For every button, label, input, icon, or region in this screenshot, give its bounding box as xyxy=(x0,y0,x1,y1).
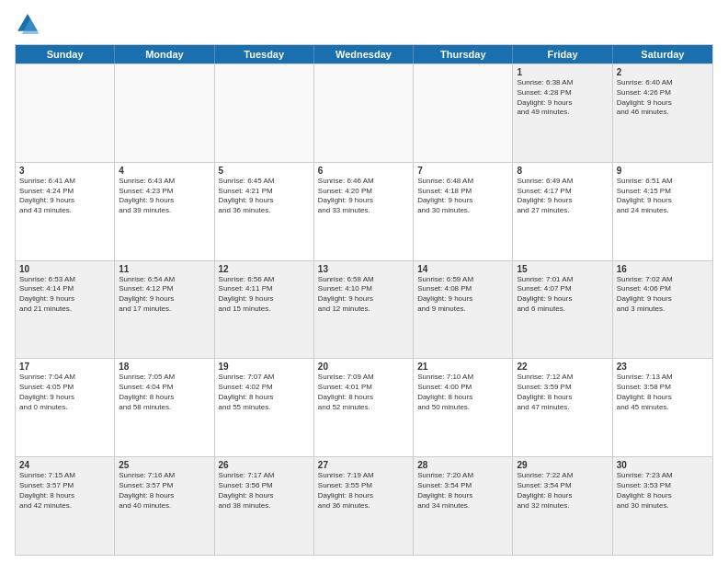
day-info: Sunrise: 7:10 AMSunset: 4:00 PMDaylight:… xyxy=(417,373,508,412)
day-number: 5 xyxy=(219,166,310,176)
day-number: 29 xyxy=(517,460,608,470)
day-cell-7: 7Sunrise: 6:48 AMSunset: 4:18 PMDaylight… xyxy=(414,163,513,260)
day-info: Sunrise: 6:54 AMSunset: 4:12 PMDaylight:… xyxy=(119,275,210,315)
day-info: Sunrise: 7:23 AMSunset: 3:53 PMDaylight:… xyxy=(617,471,709,511)
day-cell-30: 30Sunrise: 7:23 AMSunset: 3:53 PMDayligh… xyxy=(613,457,712,555)
calendar-row-1: 3Sunrise: 6:41 AMSunset: 4:24 PMDaylight… xyxy=(16,162,712,260)
day-number: 14 xyxy=(417,264,508,274)
day-cell-20: 20Sunrise: 7:09 AMSunset: 4:01 PMDayligh… xyxy=(314,359,414,456)
day-info: Sunrise: 7:22 AMSunset: 3:54 PMDaylight:… xyxy=(517,471,608,511)
day-info: Sunrise: 6:58 AMSunset: 4:10 PMDaylight:… xyxy=(318,275,409,315)
empty-cell xyxy=(115,64,214,162)
day-number: 26 xyxy=(219,460,310,470)
day-info: Sunrise: 7:19 AMSunset: 3:55 PMDaylight:… xyxy=(318,471,409,511)
calendar-row-3: 17Sunrise: 7:04 AMSunset: 4:05 PMDayligh… xyxy=(16,358,712,456)
day-info: Sunrise: 7:04 AMSunset: 4:05 PMDaylight:… xyxy=(19,373,110,412)
day-info: Sunrise: 7:17 AMSunset: 3:56 PMDaylight:… xyxy=(219,471,310,511)
day-number: 6 xyxy=(318,166,409,176)
day-cell-3: 3Sunrise: 6:41 AMSunset: 4:24 PMDaylight… xyxy=(16,163,115,260)
empty-cell xyxy=(314,64,414,162)
day-number: 28 xyxy=(417,460,508,470)
day-info: Sunrise: 7:12 AMSunset: 3:59 PMDaylight:… xyxy=(517,373,608,412)
day-number: 11 xyxy=(119,264,210,274)
empty-cell xyxy=(16,64,115,162)
day-info: Sunrise: 6:49 AMSunset: 4:17 PMDaylight:… xyxy=(517,177,608,216)
page: SundayMondayTuesdayWednesdayThursdayFrid… xyxy=(0,0,728,563)
logo xyxy=(15,11,44,37)
day-number: 19 xyxy=(219,362,310,372)
day-number: 7 xyxy=(417,166,508,176)
day-cell-15: 15Sunrise: 7:01 AMSunset: 4:07 PMDayligh… xyxy=(513,261,612,359)
day-cell-11: 11Sunrise: 6:54 AMSunset: 4:12 PMDayligh… xyxy=(115,261,214,359)
day-number: 1 xyxy=(517,67,608,77)
calendar-row-4: 24Sunrise: 7:15 AMSunset: 3:57 PMDayligh… xyxy=(16,456,712,555)
logo-icon xyxy=(15,11,40,37)
day-cell-26: 26Sunrise: 7:17 AMSunset: 3:56 PMDayligh… xyxy=(215,457,314,555)
day-cell-21: 21Sunrise: 7:10 AMSunset: 4:00 PMDayligh… xyxy=(414,359,513,456)
day-cell-25: 25Sunrise: 7:16 AMSunset: 3:57 PMDayligh… xyxy=(115,457,214,555)
day-cell-8: 8Sunrise: 6:49 AMSunset: 4:17 PMDaylight… xyxy=(513,163,612,260)
day-info: Sunrise: 6:40 AMSunset: 4:26 PMDaylight:… xyxy=(617,78,709,118)
day-cell-4: 4Sunrise: 6:43 AMSunset: 4:23 PMDaylight… xyxy=(115,163,214,260)
day-number: 8 xyxy=(517,166,608,176)
day-info: Sunrise: 7:02 AMSunset: 4:06 PMDaylight:… xyxy=(617,275,709,315)
day-info: Sunrise: 6:51 AMSunset: 4:15 PMDaylight:… xyxy=(617,177,709,216)
calendar-row-2: 10Sunrise: 6:53 AMSunset: 4:14 PMDayligh… xyxy=(16,260,712,359)
day-number: 10 xyxy=(19,264,110,274)
day-number: 4 xyxy=(119,166,210,176)
day-number: 13 xyxy=(318,264,409,274)
day-info: Sunrise: 6:59 AMSunset: 4:08 PMDaylight:… xyxy=(417,275,508,315)
day-number: 21 xyxy=(417,362,508,372)
day-number: 27 xyxy=(318,460,409,470)
day-number: 9 xyxy=(617,166,709,176)
day-number: 22 xyxy=(517,362,608,372)
header xyxy=(15,11,713,37)
day-info: Sunrise: 6:48 AMSunset: 4:18 PMDaylight:… xyxy=(417,177,508,216)
calendar-body: 1Sunrise: 6:38 AMSunset: 4:28 PMDaylight… xyxy=(16,63,712,555)
day-info: Sunrise: 6:46 AMSunset: 4:20 PMDaylight:… xyxy=(318,177,409,216)
day-cell-10: 10Sunrise: 6:53 AMSunset: 4:14 PMDayligh… xyxy=(16,261,115,359)
empty-cell xyxy=(215,64,314,162)
day-cell-27: 27Sunrise: 7:19 AMSunset: 3:55 PMDayligh… xyxy=(314,457,414,555)
day-number: 15 xyxy=(517,264,608,274)
day-cell-9: 9Sunrise: 6:51 AMSunset: 4:15 PMDaylight… xyxy=(613,163,712,260)
weekday-header-wednesday: Wednesday xyxy=(314,45,414,63)
calendar-header-row: SundayMondayTuesdayWednesdayThursdayFrid… xyxy=(16,45,712,63)
day-info: Sunrise: 7:13 AMSunset: 3:58 PMDaylight:… xyxy=(617,373,709,412)
day-number: 12 xyxy=(219,264,310,274)
calendar: SundayMondayTuesdayWednesdayThursdayFrid… xyxy=(15,44,713,556)
empty-cell xyxy=(414,64,513,162)
day-info: Sunrise: 6:43 AMSunset: 4:23 PMDaylight:… xyxy=(119,177,210,216)
weekday-header-thursday: Thursday xyxy=(414,45,513,63)
day-cell-12: 12Sunrise: 6:56 AMSunset: 4:11 PMDayligh… xyxy=(215,261,314,359)
day-cell-18: 18Sunrise: 7:05 AMSunset: 4:04 PMDayligh… xyxy=(115,359,214,456)
day-info: Sunrise: 6:41 AMSunset: 4:24 PMDaylight:… xyxy=(19,177,110,216)
day-cell-14: 14Sunrise: 6:59 AMSunset: 4:08 PMDayligh… xyxy=(414,261,513,359)
day-number: 3 xyxy=(19,166,110,176)
day-number: 23 xyxy=(617,362,709,372)
day-info: Sunrise: 7:05 AMSunset: 4:04 PMDaylight:… xyxy=(119,373,210,412)
day-info: Sunrise: 7:15 AMSunset: 3:57 PMDaylight:… xyxy=(19,471,110,511)
day-number: 18 xyxy=(119,362,210,372)
day-cell-2: 2Sunrise: 6:40 AMSunset: 4:26 PMDaylight… xyxy=(613,64,712,162)
weekday-header-saturday: Saturday xyxy=(613,45,712,63)
weekday-header-sunday: Sunday xyxy=(16,45,115,63)
day-number: 2 xyxy=(617,67,709,77)
day-cell-28: 28Sunrise: 7:20 AMSunset: 3:54 PMDayligh… xyxy=(414,457,513,555)
day-info: Sunrise: 6:53 AMSunset: 4:14 PMDaylight:… xyxy=(19,275,110,315)
day-cell-24: 24Sunrise: 7:15 AMSunset: 3:57 PMDayligh… xyxy=(16,457,115,555)
weekday-header-tuesday: Tuesday xyxy=(215,45,314,63)
day-number: 17 xyxy=(19,362,110,372)
day-cell-29: 29Sunrise: 7:22 AMSunset: 3:54 PMDayligh… xyxy=(513,457,612,555)
day-number: 24 xyxy=(19,460,110,470)
weekday-header-friday: Friday xyxy=(513,45,612,63)
weekday-header-monday: Monday xyxy=(115,45,214,63)
day-info: Sunrise: 6:38 AMSunset: 4:28 PMDaylight:… xyxy=(517,78,608,118)
day-cell-16: 16Sunrise: 7:02 AMSunset: 4:06 PMDayligh… xyxy=(613,261,712,359)
day-number: 20 xyxy=(318,362,409,372)
day-cell-13: 13Sunrise: 6:58 AMSunset: 4:10 PMDayligh… xyxy=(314,261,414,359)
day-number: 30 xyxy=(617,460,709,470)
day-info: Sunrise: 7:09 AMSunset: 4:01 PMDaylight:… xyxy=(318,373,409,412)
day-cell-6: 6Sunrise: 6:46 AMSunset: 4:20 PMDaylight… xyxy=(314,163,414,260)
day-number: 16 xyxy=(617,264,709,274)
